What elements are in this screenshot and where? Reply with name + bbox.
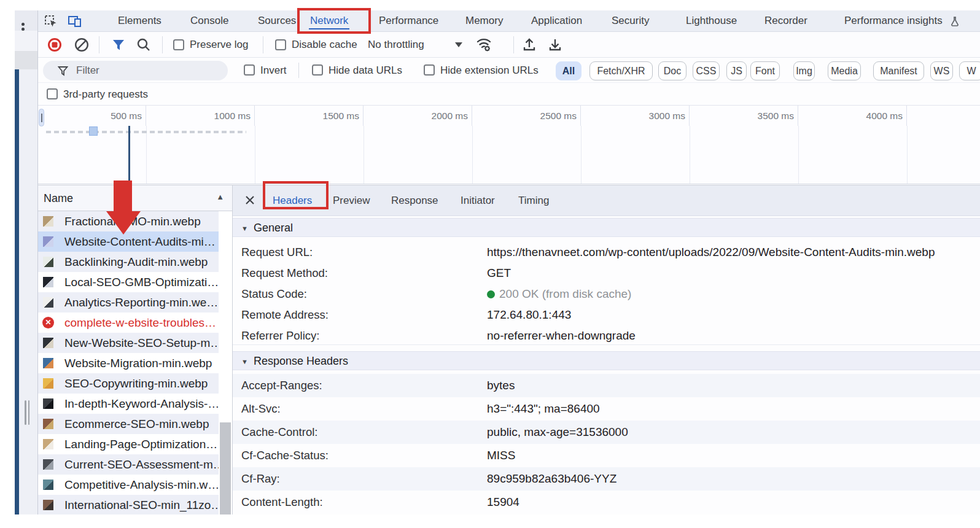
filter-chip-ws[interactable]: WS (930, 61, 953, 80)
general-row: Request URL: https://thenavneet.com/wp-c… (233, 242, 980, 263)
close-details-icon[interactable] (245, 195, 255, 205)
inspect-icon[interactable] (44, 15, 58, 28)
file-thumbnail-icon (43, 419, 53, 429)
overview-gridline (907, 126, 908, 184)
main-tab-performance-insights[interactable]: Performance insights (844, 10, 943, 31)
ruler-tick: 2000 ms (364, 106, 472, 126)
throttling-select[interactable]: No throttling (368, 32, 424, 58)
request-row[interactable]: ✕ New-Website-SEO-Setup-m… (38, 333, 219, 353)
main-tab-recorder[interactable]: Recorder (764, 10, 807, 31)
request-row[interactable]: ✕ SEO-Copywriting-min.webp (38, 373, 219, 394)
third-party-checkbox[interactable] (47, 88, 58, 99)
file-thumbnail-icon (43, 439, 53, 449)
search-icon[interactable] (136, 37, 151, 52)
record-network-log-icon[interactable] (47, 37, 62, 52)
filter-chip-img[interactable]: Img (793, 61, 815, 80)
request-row[interactable]: ✕ Current-SEO-Assessment-m… (38, 454, 219, 475)
overview-window-grip[interactable] (39, 109, 44, 126)
requests-scrollbar-thumb[interactable] (220, 422, 231, 514)
filter-chip-fetch-xhr[interactable]: Fetch/XHR (589, 61, 653, 80)
throttling-dropdown-caret-icon[interactable] (455, 42, 462, 48)
filter-chip-media[interactable]: Media (828, 61, 861, 80)
ruler-tick: 1500 ms (255, 106, 364, 126)
filter-chip-w-cut[interactable]: W (959, 61, 980, 80)
main-tab-performance[interactable]: Performance (379, 10, 438, 31)
timeline-ruler: 500 ms 1000 ms 1500 ms 2000 ms 2500 ms 3… (38, 106, 980, 126)
export-har-icon[interactable] (548, 37, 562, 52)
filter-chip-manifest[interactable]: Manifest (873, 61, 924, 80)
network-conditions-icon[interactable] (476, 37, 493, 53)
main-tab-memory[interactable]: Memory (465, 10, 503, 31)
ruler-tick: 3500 ms (690, 106, 798, 126)
ruler-tick: 2500 ms (472, 106, 581, 126)
device-toolbar-icon[interactable] (68, 15, 82, 28)
request-row[interactable]: ✕ complete-w-ebsite-troubles… (38, 313, 219, 333)
ruler-label: 1500 ms (323, 106, 359, 126)
filter-chip-js[interactable]: JS (726, 61, 747, 80)
main-tab-security[interactable]: Security (612, 10, 649, 31)
main-tab-lighthouse[interactable]: Lighthouse (686, 10, 737, 31)
disable-cache-checkbox[interactable] (275, 39, 286, 50)
main-tab-elements[interactable]: Elements (118, 10, 161, 31)
file-thumbnail-icon (43, 479, 53, 490)
request-row[interactable]: ✕ Ecommerce-SEO-min.webp (38, 414, 219, 434)
network-overview[interactable] (38, 126, 980, 184)
file-thumbnail-icon (43, 500, 53, 510)
main-tab-console[interactable]: Console (190, 10, 228, 31)
ruler-tick: 1000 ms (146, 106, 255, 126)
header-value: 89c959b82a63b406-YYZ (487, 467, 616, 491)
header-value: bytes (487, 374, 515, 397)
ruler-label: 1000 ms (214, 106, 251, 126)
general-section-header[interactable]: ▼General (233, 218, 980, 237)
ruler-tick: 3000 ms (581, 106, 690, 126)
details-tab-timing[interactable]: Timing (518, 190, 549, 211)
overview-gridline (146, 126, 147, 184)
page-light-strip (19, 69, 37, 514)
dock-resize-grip[interactable] (28, 400, 30, 425)
hide-extension-urls-checkbox[interactable] (424, 64, 435, 76)
details-tab-preview[interactable]: Preview (333, 190, 370, 211)
response-headers-section-header[interactable]: ▼Response Headers (233, 351, 980, 370)
main-tab-sources[interactable]: Sources (258, 10, 296, 31)
filter-placeholder: Filter (76, 61, 99, 80)
annotation-box-network-tab (297, 8, 371, 34)
invert-checkbox[interactable] (244, 64, 255, 76)
filter-toggle-icon[interactable] (112, 38, 125, 52)
request-row[interactable]: ✕ Website-Migration-min.webp (38, 353, 219, 373)
request-row[interactable]: ✕ Competitive-Analysis-min.w… (38, 475, 219, 495)
filter-chip-css[interactable]: CSS (693, 61, 720, 80)
overview-gridline (255, 126, 255, 184)
request-row[interactable]: ✕ Local-SEO-GMB-Optimizati… (38, 272, 219, 292)
main-tab-application[interactable]: Application (531, 10, 582, 31)
request-row[interactable]: ✕ In-depth-Keyword-Analysis-… (38, 394, 219, 414)
request-row[interactable]: ✕ Backlinking-Audit-min.webp (38, 252, 219, 272)
filter-chip-doc[interactable]: Doc (658, 61, 686, 80)
grip-slot (41, 114, 42, 122)
clear-network-log-icon[interactable] (74, 37, 89, 52)
file-thumbnail-icon (43, 378, 53, 389)
header-key: Status Code: (241, 284, 307, 305)
filter-input[interactable]: Filter (43, 61, 228, 80)
filter-chip-font[interactable]: Font (750, 61, 780, 80)
error-icon: ✕ (42, 317, 54, 328)
network-filter-row: Filter Invert Hide data URLs Hide extens… (38, 58, 980, 83)
details-tab-initiator[interactable]: Initiator (461, 190, 495, 211)
header-value: 172.64.80.1:443 (487, 305, 571, 325)
sort-ascending-icon: ▲ (216, 192, 224, 201)
general-row: Status Code: 200 OK (from disk cache) (233, 284, 980, 305)
hide-extension-urls-label: Hide extension URLs (440, 58, 539, 83)
preserve-log-checkbox[interactable] (173, 39, 184, 50)
file-thumbnail-icon (43, 459, 53, 470)
request-row[interactable]: ✕ Analytics-Reporting-min.we… (38, 292, 219, 313)
header-value: no-referrer-when-downgrade (487, 325, 636, 346)
request-row[interactable]: ✕ Landing-Page-Optimization… (38, 434, 219, 454)
file-thumbnail-icon (43, 236, 53, 247)
page-kebab-menu[interactable] (15, 10, 39, 31)
hide-data-urls-checkbox[interactable] (312, 64, 323, 76)
section-caret-icon: ▼ (241, 219, 248, 238)
dock-resize-grip[interactable] (25, 400, 26, 425)
request-row[interactable]: ✕ International-SEO-min_11zo… (38, 495, 219, 514)
filter-chip-all[interactable]: All (556, 61, 581, 80)
details-tab-response[interactable]: Response (391, 190, 438, 211)
import-har-icon[interactable] (522, 37, 537, 52)
